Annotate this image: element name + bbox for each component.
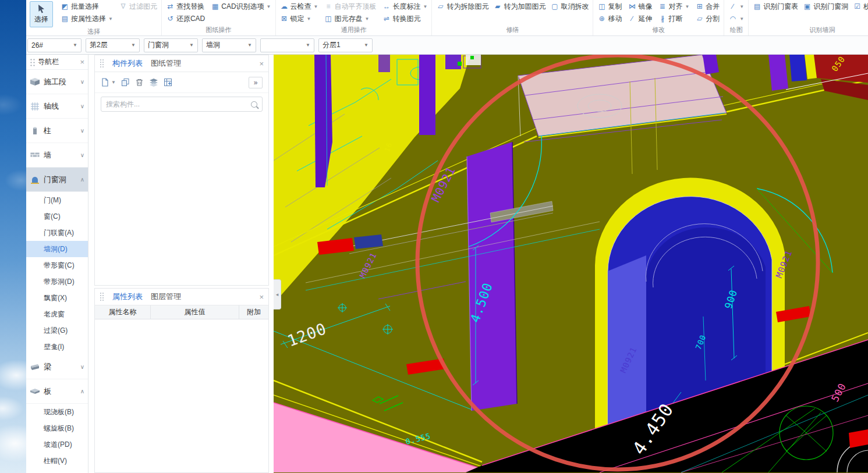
search-box: [101, 97, 263, 112]
extend-button[interactable]: ∕延伸: [625, 13, 654, 25]
copy-button[interactable]: ◫复制: [595, 1, 624, 13]
property-panel: 属性列表 图层管理 × 属性名称 属性值 附加: [94, 288, 269, 473]
nav-item-door-window-combo[interactable]: 门联窗(A): [26, 225, 88, 241]
category-dropdown[interactable]: 门窗洞▼: [144, 38, 198, 52]
nav-item-bay-window[interactable]: 飘窗(X): [26, 290, 88, 306]
drag-handle-icon[interactable]: [100, 59, 104, 68]
nav-group-slab[interactable]: 板∧: [26, 379, 88, 404]
chevron-down-icon: ∨: [80, 103, 84, 109]
convert-element-button[interactable]: ⇌转换图元: [380, 13, 430, 25]
tab-drawing-management[interactable]: 图纸管理: [151, 58, 181, 69]
property-tabbar: 属性列表 图层管理 ×: [95, 289, 268, 305]
nav-item-dormer-window[interactable]: 老虎窗: [26, 306, 88, 322]
tab-property-list[interactable]: 属性列表: [112, 291, 143, 302]
to-reinforce-button[interactable]: ▰转为加固图元: [491, 1, 548, 13]
mirror-button[interactable]: ⋈镜像: [625, 1, 654, 13]
nav-item-lintel[interactable]: 过梁(G): [26, 322, 88, 339]
column-icon: [30, 127, 40, 135]
nav-item-spiral-slab[interactable]: 螺旋板(B): [26, 420, 88, 436]
break-icon: ∦: [658, 15, 667, 23]
check-door-window-button[interactable]: ☑校核门窗: [851, 1, 868, 13]
length-dimension-button[interactable]: ↔长度标注▼: [380, 1, 430, 13]
close-icon[interactable]: ×: [259, 59, 264, 68]
filter-element-button[interactable]: ∇过滤图元: [116, 1, 160, 13]
chevron-down-icon: ▼: [131, 42, 136, 48]
search-input[interactable]: [106, 100, 251, 108]
nav-group-construction-section[interactable]: 施工段∨: [26, 70, 88, 94]
to-demolition-button[interactable]: ▱转为拆除图元: [434, 1, 491, 13]
ribbon-group-draw: ∕▼ ◠▼ 绘图: [724, 0, 748, 35]
nav-group-wall[interactable]: 墙∨: [26, 143, 88, 168]
chevron-down-icon: ▼: [189, 42, 194, 48]
close-icon[interactable]: ×: [80, 58, 84, 66]
move-button[interactable]: ⊕移动: [595, 13, 624, 25]
tab-component-list[interactable]: 构件列表: [112, 58, 143, 69]
cloud-check-button[interactable]: ☁云检查▼: [278, 1, 321, 13]
drag-handle-icon[interactable]: [30, 58, 36, 66]
delete-component-button[interactable]: [135, 76, 144, 90]
cad-recognize-options-button[interactable]: ▦CAD识别选项▼: [208, 1, 273, 13]
check-icon: ☑: [853, 2, 862, 11]
recognize-door-window-table-button[interactable]: ▤识别门窗表: [750, 1, 800, 13]
more-tools-button[interactable]: »: [249, 77, 263, 88]
tab-layer-management[interactable]: 图层管理: [151, 291, 181, 302]
split-icon: ▱: [695, 15, 704, 23]
draw-line-tool[interactable]: ∕▼: [726, 1, 746, 13]
drag-handle-icon[interactable]: [100, 292, 104, 301]
nav-item-cast-slab[interactable]: 现浇板(B): [26, 404, 88, 420]
nav-item-column-cap[interactable]: 柱帽(V): [26, 453, 88, 469]
recognize-door-window-opening-button[interactable]: ▣识别门窗洞: [800, 1, 851, 13]
desktop-wallpaper: [0, 0, 26, 473]
ribbon-toolbar: 选择 ◩批量选择 ▤按属性选择▼ ∇过滤图元 选择 ⇄查找替换 ↺还原CAD: [26, 0, 868, 36]
cancel-demolition-button[interactable]: ▢取消拆改: [548, 1, 591, 13]
auto-align-top-slab-button[interactable]: ≡自动平齐顶板: [321, 1, 378, 13]
empty-dropdown[interactable]: ▼: [260, 38, 314, 52]
wall-brick-icon: [30, 151, 40, 159]
nav-item-window[interactable]: 窗(C): [26, 208, 88, 225]
drawing-viewport[interactable]: 1200 4.500 4.450 900 700 500 M0921 M0921…: [274, 55, 868, 473]
new-component-button[interactable]: ▼: [101, 76, 116, 90]
draw-arc-tool[interactable]: ◠▼: [726, 13, 746, 25]
nav-item-door[interactable]: 门(M): [26, 192, 88, 208]
select-button[interactable]: 选择: [30, 1, 53, 27]
nav-group-door-window-opening[interactable]: 门窗洞∧: [26, 168, 88, 192]
project-dropdown[interactable]: 26#▼: [27, 38, 82, 52]
align-button[interactable]: ≣对齐▼: [656, 1, 692, 13]
find-replace-button[interactable]: ⇄查找替换: [164, 1, 207, 13]
component-list-area[interactable]: [95, 115, 268, 285]
nav-item-niche[interactable]: 壁龛(I): [26, 339, 88, 355]
copy-icon: [121, 78, 130, 87]
save-to-group-button[interactable]: [164, 76, 172, 90]
nav-item-band-window[interactable]: 带形窗(C): [26, 257, 88, 273]
nav-group-beam[interactable]: 梁∨: [26, 355, 88, 379]
ribbon-group-label: 通用操作: [278, 26, 430, 35]
property-list-area[interactable]: [95, 319, 268, 472]
close-icon[interactable]: ×: [259, 293, 264, 301]
element-type-dropdown[interactable]: 墙洞▼: [202, 38, 256, 52]
layers-button[interactable]: [149, 76, 158, 90]
select-by-attribute-button[interactable]: ▤按属性选择▼: [58, 13, 115, 25]
break-button[interactable]: ∦打断: [656, 13, 692, 25]
nav-group-axis[interactable]: 轴线∨: [26, 94, 88, 119]
restore-cad-button[interactable]: ↺还原CAD: [164, 13, 207, 25]
panel-collapse-arrow[interactable]: ◂: [274, 279, 281, 310]
ribbon-group-recognize-wall-opening: ▤识别门窗表 ▣识别门窗洞 ☑校核门窗 识别墙洞: [748, 0, 868, 35]
batch-select-button[interactable]: ◩批量选择: [58, 1, 115, 13]
chevron-down-icon: ▼: [108, 16, 113, 22]
nav-item-band-opening[interactable]: 带形洞(D): [26, 273, 88, 290]
nav-group-column[interactable]: 柱∨: [26, 119, 88, 143]
nav-item-ramp[interactable]: 坡道(PD): [26, 436, 88, 453]
layer-dropdown[interactable]: 分层1▼: [318, 38, 373, 52]
ribbon-group-label: 修缮: [434, 26, 591, 35]
ribbon-group-modify: ◫复制 ⊕移动 ⋈镜像 ∕延伸 ≣对齐▼ ∦打断 ⊞合并 ▱分割 修改: [593, 0, 724, 35]
save-element-button[interactable]: ◫图元存盘▼: [321, 13, 378, 25]
merge-button[interactable]: ⊞合并: [693, 1, 722, 13]
nav-item-wall-opening[interactable]: 墙洞(D): [26, 241, 88, 257]
split-button[interactable]: ▱分割: [693, 13, 722, 25]
floor-dropdown[interactable]: 第2层▼: [86, 38, 140, 52]
slab-icon: [30, 387, 40, 396]
lock-button[interactable]: ⊠锁定▼: [278, 13, 321, 25]
chevron-down-icon: ▼: [306, 42, 310, 48]
lock-icon: ⊠: [280, 15, 289, 23]
copy-component-button[interactable]: [121, 76, 130, 90]
